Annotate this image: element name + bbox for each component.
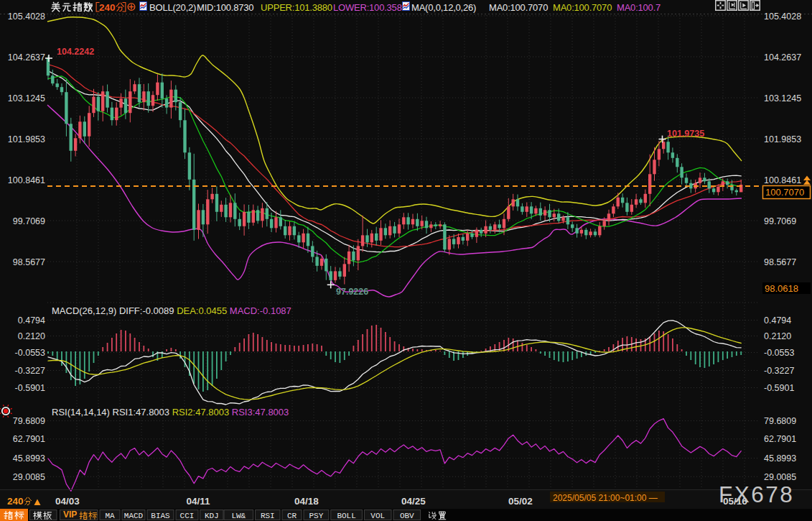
svg-text:05/02: 05/02 — [508, 496, 533, 507]
svg-text:2025/05/05 21:00~01:00 —: 2025/05/05 21:00~01:00 — — [553, 493, 658, 503]
svg-text:0.2120: 0.2120 — [764, 331, 791, 341]
svg-text:04/03: 04/03 — [55, 496, 80, 507]
svg-text:LOWER:100.3580: LOWER:100.3580 — [333, 2, 407, 13]
svg-text:29.0085: 29.0085 — [13, 472, 45, 482]
svg-text:CCI: CCI — [180, 512, 195, 520]
svg-text:105.4028: 105.4028 — [764, 11, 801, 22]
svg-text:BOLL: BOLL — [337, 512, 355, 520]
svg-text:98.5677: 98.5677 — [764, 257, 796, 267]
svg-text:98.0618: 98.0618 — [765, 283, 798, 294]
svg-text:100.7070: 100.7070 — [765, 187, 804, 198]
svg-text:62.7901: 62.7901 — [13, 434, 45, 444]
svg-text:MACD: MACD — [124, 512, 144, 520]
svg-text:VIP: VIP — [63, 510, 77, 520]
svg-text:BIAS: BIAS — [151, 512, 170, 520]
svg-text:0.4794: 0.4794 — [764, 315, 791, 326]
svg-text:45.8993: 45.8993 — [764, 453, 796, 464]
svg-text:RSI: RSI — [261, 512, 275, 520]
svg-text:-0.0553: -0.0553 — [764, 348, 794, 358]
svg-text:98.5677: 98.5677 — [13, 257, 45, 267]
svg-text:-0.5901: -0.5901 — [15, 383, 45, 393]
svg-text:MA(0,0,12,0,26): MA(0,0,12,0,26) — [411, 2, 476, 13]
svg-text:-0.5901: -0.5901 — [764, 383, 794, 393]
svg-text:101.9853: 101.9853 — [764, 134, 801, 144]
svg-text:VOL: VOL — [370, 512, 385, 520]
svg-text:RSI(14,14,14) RSI1:47.8003 RSI: RSI(14,14,14) RSI1:47.8003 RSI2:47.8003 … — [52, 407, 289, 418]
svg-text:MA0:100.7: MA0:100.7 — [617, 2, 661, 13]
svg-text:FX678: FX678 — [719, 481, 794, 507]
svg-text:-0.3227: -0.3227 — [15, 366, 45, 376]
svg-text:79.6809: 79.6809 — [764, 416, 796, 426]
svg-text:MID:100.8730: MID:100.8730 — [197, 2, 253, 13]
svg-text:100.8461: 100.8461 — [8, 175, 45, 185]
svg-text:MACD(26,12,9) DIFF:-0.0089 DEA: MACD(26,12,9) DIFF:-0.0089 DEA:0.0455 MA… — [52, 305, 291, 316]
svg-text:104.2637: 104.2637 — [764, 52, 801, 63]
svg-text:101.9853: 101.9853 — [8, 134, 45, 144]
svg-text:OBV: OBV — [400, 512, 414, 520]
svg-text:KDJ: KDJ — [205, 512, 219, 520]
svg-text:103.1245: 103.1245 — [764, 93, 801, 103]
svg-text:-0.0553: -0.0553 — [15, 348, 45, 358]
svg-text:45.8993: 45.8993 — [13, 453, 45, 464]
svg-text:BOLL(20,2): BOLL(20,2) — [149, 2, 196, 13]
svg-text:104.2242: 104.2242 — [57, 47, 94, 57]
svg-text:CR: CR — [287, 512, 297, 520]
svg-text:240: 240 — [99, 2, 116, 13]
svg-text:04/25: 04/25 — [401, 496, 426, 507]
svg-text:29.0085: 29.0085 — [764, 472, 796, 482]
svg-text:99.7069: 99.7069 — [764, 216, 796, 226]
svg-text:103.1245: 103.1245 — [8, 93, 45, 103]
svg-text:MA0:100.7070: MA0:100.7070 — [489, 2, 548, 13]
svg-text:97.9226: 97.9226 — [336, 287, 368, 297]
svg-text:LW&: LW& — [231, 512, 246, 520]
svg-text:PSY: PSY — [309, 512, 323, 520]
svg-text:UPPER:101.3880: UPPER:101.3880 — [261, 2, 332, 13]
svg-text:99.7069: 99.7069 — [13, 216, 45, 226]
svg-text:04/18: 04/18 — [294, 496, 319, 507]
svg-text:MA0:100.7070: MA0:100.7070 — [553, 2, 612, 13]
svg-text:04/11: 04/11 — [186, 496, 210, 507]
svg-text:101.9735: 101.9735 — [667, 129, 704, 139]
svg-text:62.7901: 62.7901 — [764, 434, 796, 444]
svg-text:105.4028: 105.4028 — [8, 11, 45, 22]
svg-text:100.8461: 100.8461 — [764, 175, 801, 185]
svg-text:MA: MA — [105, 512, 115, 520]
svg-text:104.2637: 104.2637 — [8, 52, 45, 63]
svg-text:240: 240 — [7, 496, 24, 507]
svg-text:0.2120: 0.2120 — [18, 331, 45, 341]
svg-text:-0.3227: -0.3227 — [764, 366, 794, 376]
svg-text:79.6809: 79.6809 — [13, 416, 45, 426]
svg-text:0.4794: 0.4794 — [18, 315, 45, 326]
